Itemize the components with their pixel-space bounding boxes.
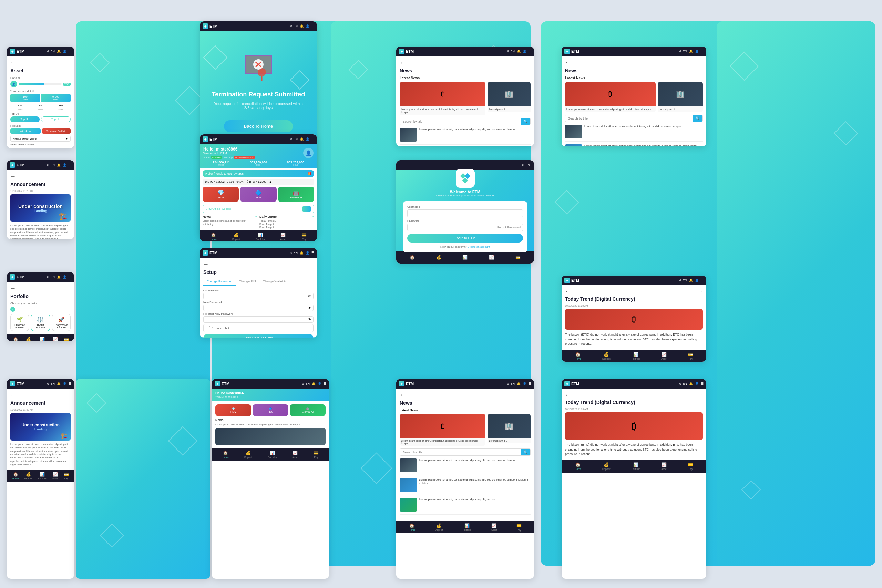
article-1[interactable]: Lorem ipsum dolor sit amet, consectetur … <box>400 128 531 145</box>
nav-portfolio-br[interactable]: 📊Portfolio <box>463 523 472 531</box>
menu-term[interactable]: ☰ <box>312 24 314 28</box>
bell-bc[interactable]: 🔔 <box>312 382 316 386</box>
wallet-select[interactable]: Please select wallet ▼ <box>10 136 70 142</box>
lang-bc[interactable]: ⊕ EN <box>302 382 310 386</box>
bell-2[interactable]: 🔔 <box>57 163 61 167</box>
search-button[interactable]: 🔍 <box>520 118 530 125</box>
menu-news[interactable]: ☰ <box>528 50 531 53</box>
menu-icon[interactable]: ☰ <box>69 50 71 53</box>
br-featured-2[interactable]: 🏢 Lorem ipsum d... <box>488 414 531 446</box>
nav-home-bfr[interactable]: 🏠Home <box>574 462 581 470</box>
nav-pay-br[interactable]: 💳Pay <box>517 523 522 531</box>
featured-card-3[interactable]: ₿ Lorem ipsum dolor sit amet, consectetu… <box>565 82 656 112</box>
back-button[interactable]: ← <box>10 60 16 66</box>
menu-home[interactable]: ☰ <box>312 138 314 141</box>
eye-icon-login[interactable]: Forgot Password <box>497 226 520 229</box>
lang-setup[interactable]: ⊕ EN <box>290 251 298 255</box>
news-more[interactable]: → <box>255 215 257 218</box>
nav-asset-br[interactable]: 📈Asset <box>491 523 497 531</box>
br-featured-1[interactable]: ₿ Lorem ipsum dolor sit amet, consectetu… <box>400 414 486 446</box>
topup-button[interactable]: Top Up <box>41 116 71 122</box>
nav-deposit-bc[interactable]: 💰Deposit <box>244 450 252 459</box>
back-button-2[interactable]: ← <box>10 173 16 180</box>
share-icon[interactable]: ↑ <box>702 290 703 294</box>
search-button-2[interactable]: 🔍 <box>693 115 702 122</box>
login-button[interactable]: Login to ETM <box>407 234 523 243</box>
bell-term[interactable]: 🔔 <box>300 24 303 28</box>
eye-icon-2[interactable]: 👁 <box>308 306 311 310</box>
nav-home-9[interactable]: 🏠 <box>410 255 414 260</box>
nav-deposit-6[interactable]: 💰Deposit <box>232 232 240 240</box>
user-setup[interactable]: 👤 <box>306 251 309 255</box>
lang-label[interactable]: ⊕ EN <box>47 50 55 53</box>
create-account-link[interactable]: Create an account <box>468 245 490 248</box>
bc-fdg[interactable]: 🔷 FDG <box>252 404 288 416</box>
nav-deposit-11[interactable]: 💰Deposit <box>602 352 610 360</box>
lang-br[interactable]: ⊕ EN <box>507 382 515 386</box>
nav-asset-bl[interactable]: 📈Asset <box>52 472 58 480</box>
portfolio-prudence[interactable]: 🌱 Prudence Portfolio <box>10 314 29 331</box>
lang-home[interactable]: ⊕ EN <box>290 138 298 141</box>
bell-bfr[interactable]: 🔔 <box>689 382 693 386</box>
request-withdraw-button[interactable]: Withdraw <box>10 129 40 134</box>
back-button-setup[interactable]: ← <box>203 261 209 267</box>
lang-news2[interactable]: ⊕ EN <box>679 50 687 53</box>
nav-portfolio-11[interactable]: 📊Portfolio <box>632 352 640 360</box>
user-bfr[interactable]: 👤 <box>695 382 699 386</box>
nav-home-br[interactable]: 🏠Home <box>409 523 415 531</box>
user-bl[interactable]: 👤 <box>63 382 66 386</box>
user-br[interactable]: 👤 <box>523 382 526 386</box>
nav-deposit-9[interactable]: 💰 <box>436 255 441 260</box>
eternal-ai-button[interactable]: 🤖 Eternal AI <box>278 187 314 202</box>
lang-4[interactable]: ⊕ EN <box>47 275 55 279</box>
nav-portfolio-6[interactable]: 📊Portfolio <box>256 232 265 240</box>
username-input[interactable] <box>408 210 523 217</box>
withdraw-button[interactable]: Top Up <box>10 116 40 122</box>
nav-portfolio-bc[interactable]: 📊Portfolio <box>268 450 277 459</box>
menu-bc[interactable]: ☰ <box>324 382 326 386</box>
user-4[interactable]: 👤 <box>63 275 66 279</box>
article-5[interactable]: Lorem ipsum dolor sit amet, consectetur … <box>565 144 703 146</box>
user-icon[interactable]: 👤 <box>63 50 66 53</box>
back-button-4[interactable]: ← <box>10 285 16 291</box>
eye-icon-1[interactable]: 👁 <box>308 294 311 298</box>
bell-trend[interactable]: 🔔 <box>689 279 693 282</box>
featured-card-2[interactable]: 🏢 Lorem ipsum d... <box>488 82 531 115</box>
search-input[interactable] <box>400 118 520 125</box>
nav-portfolio-5[interactable]: 📊Portfolio <box>38 337 47 341</box>
lang-bl[interactable]: ⊕ EN <box>47 382 55 386</box>
nav-asset-bfr[interactable]: 📈Asset <box>661 462 668 470</box>
new-password-input[interactable] <box>206 306 308 309</box>
user-home[interactable]: 👤 <box>306 138 309 141</box>
nav-pay-bfr[interactable]: 💳Pay <box>688 462 693 470</box>
lang-2[interactable]: ⊕ EN <box>47 163 55 167</box>
nav-deposit-bl[interactable]: 💰Deposit <box>24 472 33 480</box>
menu-news2[interactable]: ☰ <box>701 50 704 53</box>
captcha-checkbox[interactable] <box>206 326 210 330</box>
nav-pay-bl[interactable]: 💳Pay <box>64 472 69 480</box>
nav-home-5[interactable]: 🏠Home <box>12 337 19 341</box>
nav-pay-9[interactable]: 💳 <box>516 255 520 260</box>
br-article-2[interactable]: Lorem ipsum dolor sit amet, consectetur … <box>400 478 531 495</box>
fdg-button[interactable]: 🔷 FDG <box>240 187 276 202</box>
menu-2[interactable]: ☰ <box>69 163 71 167</box>
back-to-home-button[interactable]: Back To Home <box>224 120 293 132</box>
lang-login[interactable]: ⊕ EN <box>522 163 530 167</box>
br-search-input[interactable] <box>400 449 520 455</box>
nav-portfolio-9[interactable]: 📊 <box>463 255 468 260</box>
nav-home-11[interactable]: 🏠Home <box>574 352 581 360</box>
back-button-news[interactable]: ← <box>400 60 405 66</box>
bell-news[interactable]: 🔔 <box>517 50 520 53</box>
nav-asset-9[interactable]: 📈 <box>489 255 494 260</box>
user-term[interactable]: 👤 <box>306 24 309 28</box>
lang-news[interactable]: ⊕ EN <box>507 50 515 53</box>
bell-4[interactable]: 🔔 <box>57 275 61 279</box>
menu-4[interactable]: ☰ <box>69 275 71 279</box>
password-input[interactable] <box>410 224 497 231</box>
tab-change-pin[interactable]: Change PIN <box>236 278 260 286</box>
nav-asset-bc[interactable]: 📈Asset <box>292 450 298 459</box>
confirm-password-input[interactable] <box>206 318 308 321</box>
menu-trend[interactable]: ☰ <box>701 279 704 282</box>
terminate-button[interactable]: Terminate Portfolio <box>42 129 71 134</box>
br-article-1[interactable]: Lorem ipsum dolor sit amet, consectetur … <box>400 459 531 476</box>
